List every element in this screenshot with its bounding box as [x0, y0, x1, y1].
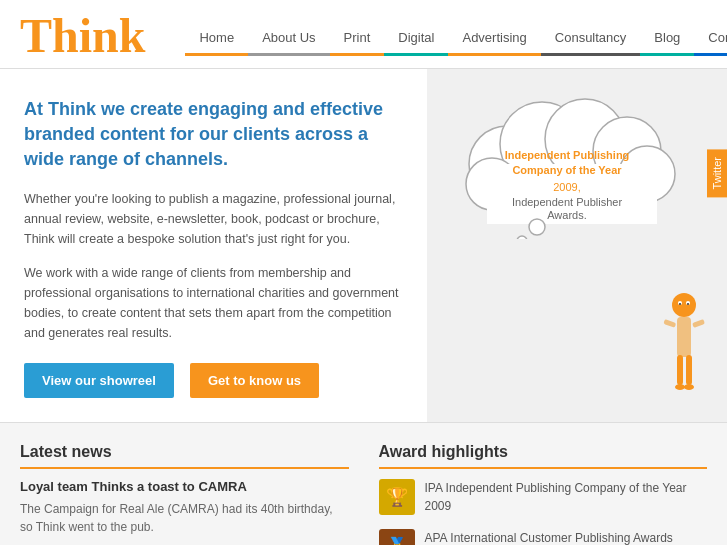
- award-item-2: 🥇 APA International Customer Publishing …: [379, 529, 708, 545]
- site-logo[interactable]: Think: [20, 12, 145, 68]
- svg-text:Independent Publishing: Independent Publishing: [505, 149, 630, 161]
- latest-news-title: Latest news: [20, 443, 349, 469]
- award-item-1: 🏆 IPA Independent Publishing Company of …: [379, 479, 708, 515]
- award-highlights-section: Award highlights 🏆 IPA Independent Publi…: [379, 443, 708, 545]
- svg-point-22: [679, 303, 681, 305]
- nav-home[interactable]: Home: [185, 24, 248, 56]
- nav-digital[interactable]: Digital: [384, 24, 448, 56]
- nav-about[interactable]: About Us: [248, 24, 329, 56]
- main-nav: Home About Us Print Digital Advertising …: [185, 24, 727, 56]
- award-text-2: APA International Customer Publishing Aw…: [425, 529, 708, 545]
- showreel-button[interactable]: View our showreel: [24, 363, 174, 398]
- svg-point-23: [687, 303, 689, 305]
- award-highlights-title: Award highlights: [379, 443, 708, 469]
- svg-text:🏆: 🏆: [386, 486, 409, 508]
- hero-body-1: Whether you're looking to publish a maga…: [24, 189, 403, 249]
- svg-point-25: [684, 384, 694, 390]
- character-figure-icon: [657, 287, 712, 417]
- hero-section: At Think we create engaging and effectiv…: [0, 69, 727, 422]
- news-headline: Loyal team Thinks a toast to CAMRA: [20, 479, 349, 494]
- svg-rect-19: [692, 319, 705, 328]
- award-text-1: IPA Independent Publishing Company of th…: [425, 479, 708, 515]
- hero-illustration: Independent Publishing Company of the Ye…: [427, 69, 727, 422]
- svg-text:Awards.: Awards.: [547, 209, 587, 221]
- svg-point-24: [675, 384, 685, 390]
- nav-consultancy[interactable]: Consultancy: [541, 24, 641, 56]
- svg-text:2009,: 2009,: [553, 181, 581, 193]
- svg-point-7: [529, 219, 545, 235]
- svg-rect-15: [677, 317, 691, 357]
- news-body: The Campaign for Real Ale (CAMRA) had it…: [20, 500, 349, 536]
- bottom-section: Latest news Loyal team Thinks a toast to…: [0, 422, 727, 545]
- svg-text:🥇: 🥇: [386, 536, 409, 545]
- svg-text:Independent Publisher: Independent Publisher: [512, 196, 622, 208]
- twitter-tab[interactable]: Twitter: [707, 149, 727, 197]
- nav-print[interactable]: Print: [330, 24, 385, 56]
- hero-content: At Think we create engaging and effectiv…: [0, 69, 427, 422]
- svg-point-8: [517, 236, 527, 239]
- nav-blog[interactable]: Blog: [640, 24, 694, 56]
- apa-award-icon: 🥇: [379, 529, 415, 545]
- header: Think Home About Us Print Digital Advert…: [0, 0, 727, 69]
- svg-rect-17: [686, 355, 692, 385]
- svg-text:Company of the Year: Company of the Year: [512, 164, 622, 176]
- svg-point-14: [672, 293, 696, 317]
- nav-advertising[interactable]: Advertising: [448, 24, 540, 56]
- ipa-award-icon: 🏆: [379, 479, 415, 515]
- speech-cloud-icon: Independent Publishing Company of the Ye…: [437, 79, 697, 239]
- svg-rect-16: [677, 355, 683, 385]
- hero-tagline: At Think we create engaging and effectiv…: [24, 97, 403, 173]
- nav-contact[interactable]: Contact Us: [694, 24, 727, 56]
- get-to-know-button[interactable]: Get to know us: [190, 363, 319, 398]
- svg-rect-18: [663, 319, 676, 328]
- news-item: Loyal team Thinks a toast to CAMRA The C…: [20, 479, 349, 545]
- latest-news-section: Latest news Loyal team Thinks a toast to…: [20, 443, 349, 545]
- hero-body-2: We work with a wide range of clients fro…: [24, 263, 403, 343]
- hero-buttons: View our showreel Get to know us: [24, 363, 403, 398]
